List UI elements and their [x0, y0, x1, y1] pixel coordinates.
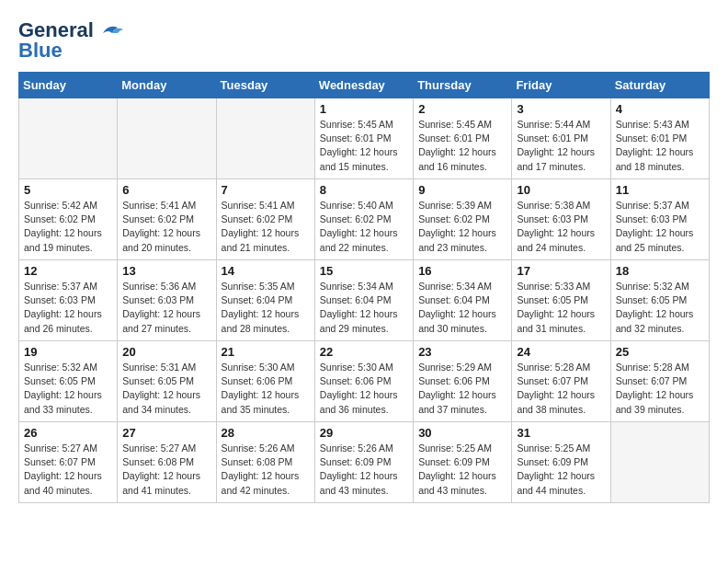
- day-info: Sunrise: 5:30 AM Sunset: 6:06 PM Dayligh…: [222, 361, 310, 417]
- weekday-header-saturday: Saturday: [610, 73, 709, 98]
- calendar-cell: [118, 98, 216, 179]
- day-info: Sunrise: 5:28 AM Sunset: 6:07 PM Dayligh…: [517, 361, 605, 417]
- calendar-cell: 11Sunrise: 5:37 AM Sunset: 6:03 PM Dayli…: [610, 179, 709, 260]
- day-number: 5: [24, 183, 112, 197]
- calendar-table: SundayMondayTuesdayWednesdayThursdayFrid…: [18, 72, 710, 503]
- calendar-week-row: 26Sunrise: 5:27 AM Sunset: 6:07 PM Dayli…: [19, 422, 710, 503]
- calendar-week-row: 5Sunrise: 5:42 AM Sunset: 6:02 PM Daylig…: [19, 179, 710, 260]
- weekday-header-sunday: Sunday: [19, 73, 118, 98]
- calendar-cell: 18Sunrise: 5:32 AM Sunset: 6:05 PM Dayli…: [610, 260, 709, 341]
- day-number: 13: [122, 264, 210, 278]
- day-number: 16: [418, 264, 506, 278]
- calendar-cell: 25Sunrise: 5:28 AM Sunset: 6:07 PM Dayli…: [610, 341, 709, 422]
- day-number: 23: [418, 345, 506, 359]
- calendar-cell: 9Sunrise: 5:39 AM Sunset: 6:02 PM Daylig…: [414, 179, 512, 260]
- calendar-cell: 26Sunrise: 5:27 AM Sunset: 6:07 PM Dayli…: [19, 422, 118, 503]
- calendar-cell: 16Sunrise: 5:34 AM Sunset: 6:04 PM Dayli…: [414, 260, 512, 341]
- day-number: 25: [616, 345, 704, 359]
- day-info: Sunrise: 5:34 AM Sunset: 6:04 PM Dayligh…: [418, 280, 506, 336]
- day-number: 24: [517, 345, 605, 359]
- weekday-header-wednesday: Wednesday: [314, 73, 413, 98]
- day-number: 11: [616, 183, 704, 197]
- calendar-cell: [610, 422, 709, 503]
- calendar-week-row: 12Sunrise: 5:37 AM Sunset: 6:03 PM Dayli…: [19, 260, 710, 341]
- day-number: 28: [222, 426, 310, 440]
- day-info: Sunrise: 5:37 AM Sunset: 6:03 PM Dayligh…: [616, 199, 704, 255]
- day-number: 3: [517, 102, 605, 116]
- calendar-cell: 19Sunrise: 5:32 AM Sunset: 6:05 PM Dayli…: [19, 341, 118, 422]
- calendar-cell: 15Sunrise: 5:34 AM Sunset: 6:04 PM Dayli…: [314, 260, 413, 341]
- weekday-header-thursday: Thursday: [414, 73, 512, 98]
- page-header: General Blue: [18, 18, 710, 63]
- day-info: Sunrise: 5:38 AM Sunset: 6:03 PM Dayligh…: [517, 199, 605, 255]
- day-info: Sunrise: 5:42 AM Sunset: 6:02 PM Dayligh…: [24, 199, 112, 255]
- day-info: Sunrise: 5:32 AM Sunset: 6:05 PM Dayligh…: [24, 361, 112, 417]
- day-info: Sunrise: 5:26 AM Sunset: 6:09 PM Dayligh…: [320, 442, 408, 498]
- day-info: Sunrise: 5:25 AM Sunset: 6:09 PM Dayligh…: [517, 442, 605, 498]
- day-number: 21: [222, 345, 310, 359]
- day-info: Sunrise: 5:30 AM Sunset: 6:06 PM Dayligh…: [320, 361, 408, 417]
- day-info: Sunrise: 5:27 AM Sunset: 6:08 PM Dayligh…: [122, 442, 210, 498]
- day-info: Sunrise: 5:26 AM Sunset: 6:08 PM Dayligh…: [222, 442, 310, 498]
- day-number: 29: [320, 426, 408, 440]
- day-number: 7: [222, 183, 310, 197]
- day-number: 9: [418, 183, 506, 197]
- calendar-cell: 6Sunrise: 5:41 AM Sunset: 6:02 PM Daylig…: [118, 179, 216, 260]
- day-info: Sunrise: 5:33 AM Sunset: 6:05 PM Dayligh…: [517, 280, 605, 336]
- logo-blue: Blue: [18, 39, 63, 63]
- day-info: Sunrise: 5:27 AM Sunset: 6:07 PM Dayligh…: [24, 442, 112, 498]
- calendar-cell: 29Sunrise: 5:26 AM Sunset: 6:09 PM Dayli…: [314, 422, 413, 503]
- calendar-cell: 21Sunrise: 5:30 AM Sunset: 6:06 PM Dayli…: [216, 341, 314, 422]
- day-number: 4: [616, 102, 704, 116]
- weekday-header-tuesday: Tuesday: [216, 73, 314, 98]
- calendar-cell: [216, 98, 314, 179]
- day-number: 22: [320, 345, 408, 359]
- calendar-cell: 23Sunrise: 5:29 AM Sunset: 6:06 PM Dayli…: [414, 341, 512, 422]
- day-info: Sunrise: 5:43 AM Sunset: 6:01 PM Dayligh…: [616, 118, 704, 174]
- day-info: Sunrise: 5:41 AM Sunset: 6:02 PM Dayligh…: [122, 199, 210, 255]
- calendar-cell: 12Sunrise: 5:37 AM Sunset: 6:03 PM Dayli…: [19, 260, 118, 341]
- day-number: 19: [24, 345, 112, 359]
- day-number: 2: [418, 102, 506, 116]
- day-number: 27: [122, 426, 210, 440]
- calendar-cell: 24Sunrise: 5:28 AM Sunset: 6:07 PM Dayli…: [512, 341, 610, 422]
- calendar-cell: 31Sunrise: 5:25 AM Sunset: 6:09 PM Dayli…: [512, 422, 610, 503]
- day-number: 31: [517, 426, 605, 440]
- calendar-cell: 17Sunrise: 5:33 AM Sunset: 6:05 PM Dayli…: [512, 260, 610, 341]
- day-number: 8: [320, 183, 408, 197]
- day-number: 17: [517, 264, 605, 278]
- calendar-cell: 28Sunrise: 5:26 AM Sunset: 6:08 PM Dayli…: [216, 422, 314, 503]
- day-info: Sunrise: 5:28 AM Sunset: 6:07 PM Dayligh…: [616, 361, 704, 417]
- day-number: 30: [418, 426, 506, 440]
- day-number: 14: [222, 264, 310, 278]
- calendar-cell: 30Sunrise: 5:25 AM Sunset: 6:09 PM Dayli…: [414, 422, 512, 503]
- calendar-cell: 7Sunrise: 5:41 AM Sunset: 6:02 PM Daylig…: [216, 179, 314, 260]
- day-info: Sunrise: 5:25 AM Sunset: 6:09 PM Dayligh…: [418, 442, 506, 498]
- calendar-cell: 13Sunrise: 5:36 AM Sunset: 6:03 PM Dayli…: [118, 260, 216, 341]
- calendar-cell: 1Sunrise: 5:45 AM Sunset: 6:01 PM Daylig…: [314, 98, 413, 179]
- calendar-cell: 14Sunrise: 5:35 AM Sunset: 6:04 PM Dayli…: [216, 260, 314, 341]
- day-info: Sunrise: 5:34 AM Sunset: 6:04 PM Dayligh…: [320, 280, 408, 336]
- calendar-cell: [19, 98, 118, 179]
- day-info: Sunrise: 5:45 AM Sunset: 6:01 PM Dayligh…: [418, 118, 506, 174]
- logo: General Blue: [18, 18, 125, 63]
- day-info: Sunrise: 5:44 AM Sunset: 6:01 PM Dayligh…: [517, 118, 605, 174]
- day-number: 20: [122, 345, 210, 359]
- day-number: 26: [24, 426, 112, 440]
- logo-bird-icon: [96, 20, 125, 40]
- calendar-cell: 10Sunrise: 5:38 AM Sunset: 6:03 PM Dayli…: [512, 179, 610, 260]
- day-info: Sunrise: 5:35 AM Sunset: 6:04 PM Dayligh…: [222, 280, 310, 336]
- calendar-cell: 5Sunrise: 5:42 AM Sunset: 6:02 PM Daylig…: [19, 179, 118, 260]
- day-number: 1: [320, 102, 408, 116]
- day-info: Sunrise: 5:39 AM Sunset: 6:02 PM Dayligh…: [418, 199, 506, 255]
- weekday-header-monday: Monday: [118, 73, 216, 98]
- day-number: 6: [122, 183, 210, 197]
- calendar-cell: 22Sunrise: 5:30 AM Sunset: 6:06 PM Dayli…: [314, 341, 413, 422]
- calendar-header-row: SundayMondayTuesdayWednesdayThursdayFrid…: [19, 73, 710, 98]
- weekday-header-friday: Friday: [512, 73, 610, 98]
- day-info: Sunrise: 5:45 AM Sunset: 6:01 PM Dayligh…: [320, 118, 408, 174]
- calendar-week-row: 19Sunrise: 5:32 AM Sunset: 6:05 PM Dayli…: [19, 341, 710, 422]
- day-info: Sunrise: 5:29 AM Sunset: 6:06 PM Dayligh…: [418, 361, 506, 417]
- day-info: Sunrise: 5:36 AM Sunset: 6:03 PM Dayligh…: [122, 280, 210, 336]
- day-info: Sunrise: 5:37 AM Sunset: 6:03 PM Dayligh…: [24, 280, 112, 336]
